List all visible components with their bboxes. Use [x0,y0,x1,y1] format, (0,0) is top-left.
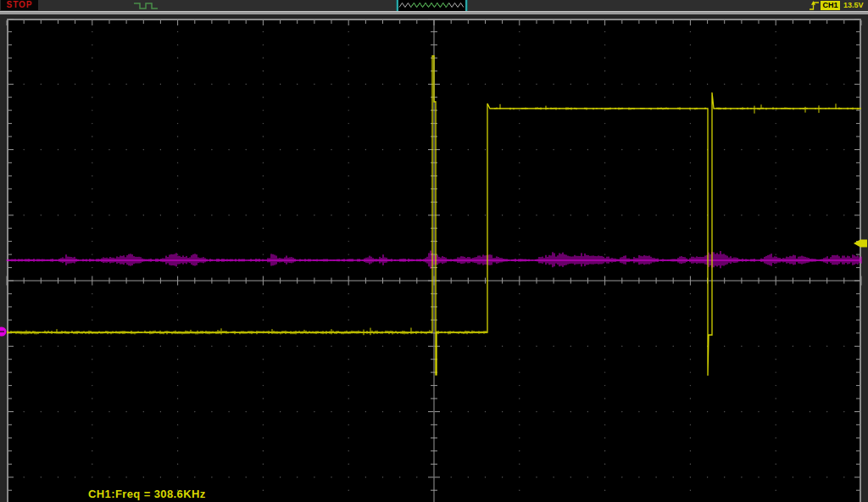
topbar: STOP CH1 13.5V [0,0,868,11]
rising-edge-trigger-icon [810,0,820,11]
scope-display [0,19,868,502]
oscilloscope-screen: STOP CH1 13.5V CH1:Freq = 308.6KHz [0,0,868,502]
trigger-level-value: 13.5V [843,1,868,10]
run-state-badge: STOP [1,0,38,10]
ch2-position-marker [0,327,7,337]
waveform-preview [396,0,468,11]
topbar-separator [0,11,868,14]
pulse-icon [133,1,159,11]
measurement-readout: CH1:Freq = 308.6KHz [88,488,206,500]
trigger-source-badge: CH1 [821,1,840,10]
